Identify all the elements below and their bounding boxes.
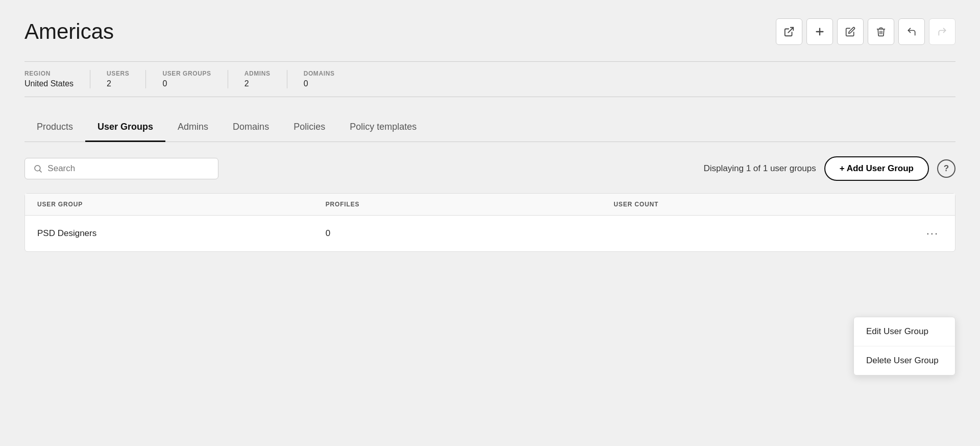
stat-region: REGION United States bbox=[24, 70, 90, 88]
help-button[interactable]: ? bbox=[937, 159, 955, 178]
svg-line-0 bbox=[788, 28, 793, 33]
col-header-profiles: PROFILES bbox=[326, 201, 614, 208]
table-header: USER GROUP PROFILES USER COUNT bbox=[25, 194, 955, 216]
stat-region-label: REGION bbox=[24, 70, 74, 77]
export-button[interactable] bbox=[776, 18, 802, 45]
col-header-user-count: USER COUNT bbox=[614, 201, 902, 208]
page: Americas bbox=[0, 0, 980, 446]
action-right: Displaying 1 of 1 user groups + Add User… bbox=[704, 156, 956, 181]
stat-region-value: United States bbox=[24, 79, 74, 88]
header-row: Americas bbox=[24, 18, 955, 45]
cell-actions: ··· bbox=[902, 225, 943, 242]
stat-admins-label: ADMINS bbox=[244, 70, 271, 77]
add-button[interactable] bbox=[806, 18, 833, 45]
stat-user-groups-label: USER GROUPS bbox=[162, 70, 211, 77]
col-header-actions bbox=[902, 201, 943, 208]
toolbar bbox=[776, 18, 955, 45]
tab-user-groups[interactable]: User Groups bbox=[85, 113, 165, 142]
add-user-group-button[interactable]: + Add User Group bbox=[824, 156, 929, 181]
tab-admins[interactable]: Admins bbox=[165, 113, 220, 142]
tab-policies[interactable]: Policies bbox=[281, 113, 337, 142]
tab-domains[interactable]: Domains bbox=[220, 113, 281, 142]
redo-icon bbox=[937, 27, 947, 37]
plus-icon bbox=[814, 26, 825, 37]
pencil-icon bbox=[845, 27, 855, 37]
dropdown-item-delete[interactable]: Delete User Group bbox=[854, 346, 955, 375]
stat-domains-value: 0 bbox=[304, 79, 335, 88]
search-icon bbox=[33, 163, 42, 174]
export-icon bbox=[783, 26, 795, 37]
edit-button[interactable] bbox=[837, 18, 864, 45]
trash-icon bbox=[876, 27, 886, 37]
stat-users: USERS 2 bbox=[107, 70, 146, 88]
undo-icon bbox=[906, 27, 917, 37]
col-header-user-group: USER GROUP bbox=[37, 201, 326, 208]
cell-user-group: PSD Designers bbox=[37, 228, 326, 239]
redo-button[interactable] bbox=[929, 18, 955, 45]
stat-admins-value: 2 bbox=[244, 79, 271, 88]
stat-domains-label: DOMAINS bbox=[304, 70, 335, 77]
stat-users-value: 2 bbox=[107, 79, 129, 88]
table-container: USER GROUP PROFILES USER COUNT PSD Desig… bbox=[24, 193, 955, 252]
row-actions-button[interactable]: ··· bbox=[922, 225, 943, 242]
tab-products[interactable]: Products bbox=[24, 113, 85, 142]
dropdown-menu: Edit User Group Delete User Group bbox=[853, 317, 955, 375]
stat-domains: DOMAINS 0 bbox=[304, 70, 351, 88]
stats-row: REGION United States USERS 2 USER GROUPS… bbox=[24, 61, 955, 97]
display-count: Displaying 1 of 1 user groups bbox=[704, 163, 816, 174]
page-title: Americas bbox=[24, 19, 114, 44]
tab-policy-templates[interactable]: Policy templates bbox=[337, 113, 429, 142]
search-box bbox=[24, 158, 218, 179]
undo-button[interactable] bbox=[898, 18, 925, 45]
stat-admins: ADMINS 2 bbox=[244, 70, 287, 88]
search-input[interactable] bbox=[47, 163, 210, 174]
svg-line-4 bbox=[40, 171, 41, 172]
stat-users-label: USERS bbox=[107, 70, 129, 77]
table-row: PSD Designers 0 ··· bbox=[25, 216, 955, 251]
dropdown-item-edit[interactable]: Edit User Group bbox=[854, 317, 955, 346]
delete-button[interactable] bbox=[868, 18, 894, 45]
cell-profiles: 0 bbox=[326, 228, 614, 239]
action-bar: Displaying 1 of 1 user groups + Add User… bbox=[24, 156, 955, 181]
stat-user-groups-value: 0 bbox=[162, 79, 211, 88]
stat-user-groups: USER GROUPS 0 bbox=[162, 70, 228, 88]
tabs: Products User Groups Admins Domains Poli… bbox=[24, 113, 955, 142]
